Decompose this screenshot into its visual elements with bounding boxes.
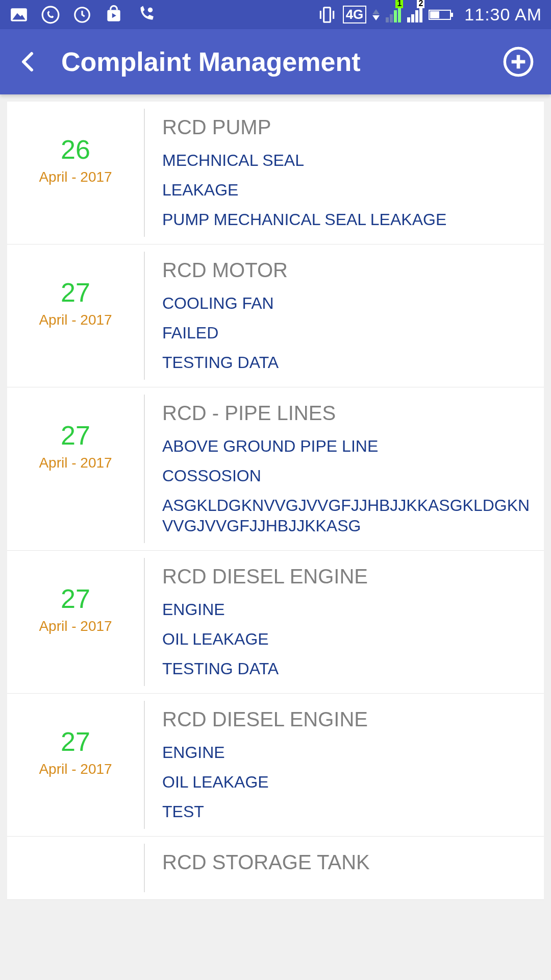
date-column	[7, 837, 144, 899]
battery-icon	[429, 5, 454, 24]
complaint-list[interactable]: 26 April - 2017 RCD PUMP MECHNICAL SEAL …	[0, 94, 551, 980]
complaint-body: RCD MOTOR COOLING FAN FAILED TESTING DAT…	[145, 244, 544, 387]
complaint-item[interactable]: 27 April - 2017 RCD MOTOR COOLING FAN FA…	[7, 244, 544, 387]
complaint-field-3: TESTING DATA	[162, 352, 532, 373]
date-month: April - 2017	[7, 455, 144, 471]
app-bar: Complaint Management	[0, 29, 551, 94]
complaint-field-3: PUMP MECHANICAL SEAL LEAKAGE	[162, 209, 532, 230]
svg-rect-7	[323, 7, 330, 22]
date-month: April - 2017	[7, 169, 144, 185]
complaint-field-2: FAILED	[162, 323, 532, 343]
complaint-field-2: COSSOSION	[162, 465, 532, 486]
date-day: 27	[7, 277, 144, 308]
complaint-field-1: MECHNICAL SEAL	[162, 150, 532, 170]
complaint-field-1: ENGINE	[162, 599, 532, 620]
complaint-item[interactable]: 27 April - 2017 RCD DIESEL ENGINE ENGINE…	[7, 694, 544, 837]
sync-icon	[72, 5, 92, 24]
back-button[interactable]	[16, 50, 41, 74]
svg-marker-10	[372, 9, 380, 14]
equipment-name: RCD DIESEL ENGINE	[162, 708, 532, 731]
complaint-item[interactable]: 26 April - 2017 RCD PUMP MECHNICAL SEAL …	[7, 102, 544, 244]
complaint-body: RCD PUMP MECHNICAL SEAL LEAKAGE PUMP MEC…	[145, 102, 544, 244]
date-day: 26	[7, 134, 144, 165]
complaint-body: RCD DIESEL ENGINE ENGINE OIL LEAKAGE TES…	[145, 551, 544, 693]
svg-point-6	[148, 7, 153, 12]
complaint-field-3: TESTING DATA	[162, 658, 532, 679]
date-column: 27 April - 2017	[7, 387, 144, 550]
complaint-body: RCD - PIPE LINES ABOVE GROUND PIPE LINE …	[145, 387, 544, 550]
whatsapp-icon	[41, 5, 60, 24]
equipment-name: RCD DIESEL ENGINE	[162, 565, 532, 588]
complaint-item[interactable]: RCD STORAGE TANK	[7, 837, 544, 900]
status-bar: 4G 1 2 11:30 AM	[0, 0, 551, 29]
complaint-field-2: OIL LEAKAGE	[162, 772, 532, 792]
complaint-field-3: TEST	[162, 801, 532, 822]
equipment-name: RCD - PIPE LINES	[162, 402, 532, 425]
complaint-item[interactable]: 27 April - 2017 RCD DIESEL ENGINE ENGINE…	[7, 551, 544, 694]
date-column: 27 April - 2017	[7, 694, 144, 836]
date-column: 27 April - 2017	[7, 244, 144, 387]
call-icon	[136, 5, 155, 24]
complaint-field-2: OIL LEAKAGE	[162, 629, 532, 649]
date-day: 27	[7, 583, 144, 614]
date-column: 26 April - 2017	[7, 102, 144, 244]
network-type-4g: 4G	[343, 6, 367, 23]
svg-marker-11	[372, 15, 380, 20]
date-day: 27	[7, 420, 144, 451]
svg-rect-13	[430, 11, 439, 18]
vibrate-icon	[317, 5, 337, 24]
data-arrows-icon	[372, 9, 380, 20]
date-column: 27 April - 2017	[7, 551, 144, 693]
complaint-body: RCD DIESEL ENGINE ENGINE OIL LEAKAGE TES…	[145, 694, 544, 836]
svg-rect-14	[451, 13, 453, 17]
status-left	[9, 5, 155, 24]
page-title: Complaint Management	[61, 46, 502, 77]
complaint-field-1: ENGINE	[162, 742, 532, 763]
svg-point-2	[42, 7, 59, 23]
image-icon	[9, 5, 29, 24]
date-month: April - 2017	[7, 761, 144, 777]
complaint-item[interactable]: 27 April - 2017 RCD - PIPE LINES ABOVE G…	[7, 387, 544, 551]
complaint-field-3: ASGKLDGKNVVGJVVGFJJHBJJKKASGKLDGKNVVGJVV…	[162, 495, 532, 536]
sim1-signal-icon: 1	[386, 5, 401, 24]
date-day: 27	[7, 726, 144, 757]
clock-text: 11:30 AM	[464, 5, 542, 24]
complaint-field-1: COOLING FAN	[162, 293, 532, 313]
complaint-field-2: LEAKAGE	[162, 180, 532, 200]
date-month: April - 2017	[7, 618, 144, 634]
equipment-name: RCD PUMP	[162, 116, 532, 139]
add-complaint-button[interactable]	[502, 45, 535, 78]
date-month: April - 2017	[7, 312, 144, 328]
complaint-body: RCD STORAGE TANK	[145, 837, 544, 899]
play-store-icon	[104, 5, 123, 24]
complaint-field-1: ABOVE GROUND PIPE LINE	[162, 436, 532, 456]
sim2-signal-icon: 2	[407, 5, 422, 24]
equipment-name: RCD STORAGE TANK	[162, 851, 532, 874]
status-right: 4G 1 2 11:30 AM	[317, 5, 542, 24]
equipment-name: RCD MOTOR	[162, 259, 532, 282]
